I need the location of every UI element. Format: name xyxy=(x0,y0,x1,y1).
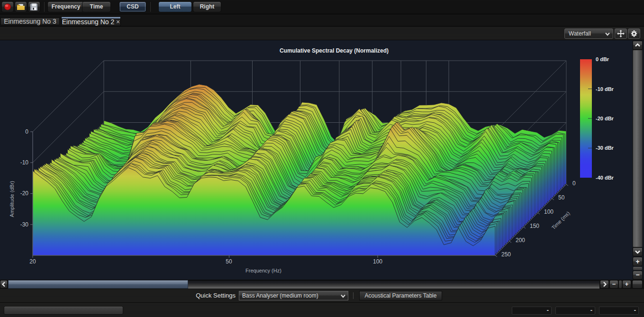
svg-text:-10: -10 xyxy=(20,159,29,166)
svg-text:-30: -30 xyxy=(20,221,29,228)
svg-text:200: 200 xyxy=(516,237,525,244)
svg-text:-10 dBr: -10 dBr xyxy=(596,86,614,92)
svg-text:-20 dBr: -20 dBr xyxy=(596,116,614,121)
svg-text:0: 0 xyxy=(25,128,28,135)
svg-text:100: 100 xyxy=(544,208,553,215)
svg-text:-30 dBr: -30 dBr xyxy=(596,145,614,151)
svg-text:50: 50 xyxy=(558,194,565,201)
svg-text:50: 50 xyxy=(226,258,232,265)
svg-text:250: 250 xyxy=(501,251,511,258)
svg-text:-20: -20 xyxy=(20,190,29,197)
svg-text:-40 dBr: -40 dBr xyxy=(596,175,614,181)
svg-text:0: 0 xyxy=(572,180,576,187)
svg-text:Frequency (Hz): Frequency (Hz) xyxy=(245,268,281,273)
svg-text:150: 150 xyxy=(530,223,539,229)
svg-text:0 dBr: 0 dBr xyxy=(596,56,609,62)
svg-text:20: 20 xyxy=(29,258,36,265)
svg-text:100: 100 xyxy=(373,258,382,265)
svg-text:Cumulative Spectral Decay (Nor: Cumulative Spectral Decay (Normalized) xyxy=(280,47,389,54)
svg-text:Amplitude (dBr): Amplitude (dBr) xyxy=(9,181,15,217)
